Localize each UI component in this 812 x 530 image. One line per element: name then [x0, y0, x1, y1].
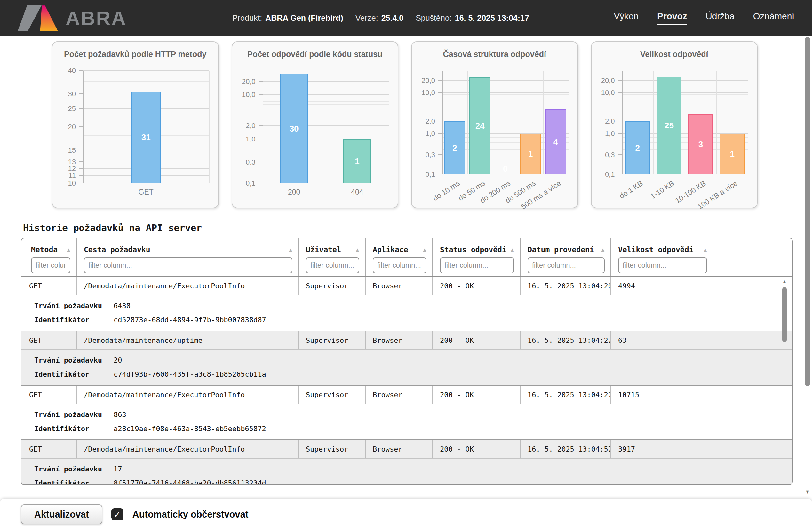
- detail-identifier-value: c74df93b-7600-435f-a3c8-1b85265cb11a: [114, 370, 266, 378]
- cell-method: GET: [21, 277, 76, 295]
- row-detail: Trvání požadavku863Identifikátora28c19ae…: [21, 404, 792, 440]
- cell-filler: [713, 386, 792, 404]
- gridline: [442, 80, 568, 81]
- tick-mark: [79, 161, 83, 162]
- column-sort-path[interactable]: Cesta požadavku▲: [84, 244, 292, 256]
- gridline: [442, 105, 568, 105]
- version-group: Verze: 25.4.0: [356, 13, 403, 23]
- column-sort-size[interactable]: Velikost odpovědi▲: [618, 244, 707, 256]
- auto-refresh-checkbox[interactable]: ✓: [111, 508, 124, 520]
- nav-item-vykon[interactable]: Výkon: [614, 11, 639, 25]
- y-tick-label: 10,0: [242, 90, 256, 99]
- table-row-group: GET/Demodata/maintenance/ExecutorPoolInf…: [21, 386, 792, 440]
- nav-item-oznameni[interactable]: Oznámení: [753, 11, 794, 25]
- tick-mark: [259, 94, 263, 95]
- sort-asc-icon[interactable]: ▲: [511, 246, 514, 253]
- sort-asc-icon[interactable]: ▲: [423, 246, 426, 253]
- sort-asc-icon[interactable]: ▲: [356, 246, 359, 253]
- column-header-path: Cesta požadavku▲: [76, 239, 298, 276]
- cell-status: 200 - OK: [432, 386, 520, 404]
- sort-asc-icon[interactable]: ▲: [704, 246, 707, 253]
- started-label: Spuštěno:: [416, 13, 452, 23]
- sort-asc-icon[interactable]: ▲: [289, 246, 292, 253]
- table-row[interactable]: GET/Demodata/maintenance/uptimeSuperviso…: [21, 331, 792, 350]
- table-scrollbar-thumb[interactable]: [782, 287, 787, 342]
- y-axis-line: [263, 71, 263, 183]
- cell-user: Supervisor: [298, 277, 365, 295]
- x-tick-label: do 10 ms: [432, 179, 462, 203]
- column-sort-app[interactable]: Aplikace▲: [373, 244, 426, 256]
- bar-value-label: 2: [635, 143, 640, 153]
- bar-value-label: 25: [665, 121, 674, 131]
- cell-date: 16. 5. 2025 13:04:27: [520, 331, 610, 349]
- gridline: [83, 81, 209, 82]
- filter-input-app[interactable]: [373, 257, 426, 273]
- y-tick-label: 1,0: [425, 130, 435, 138]
- requests-table: Metoda▲Cesta požadavku▲Uživatel▲Aplikace…: [21, 238, 793, 485]
- filter-input-path[interactable]: [84, 257, 292, 273]
- x-tick-label: GET: [139, 188, 154, 197]
- sort-asc-icon[interactable]: ▲: [601, 246, 605, 253]
- nav-item-udrzba[interactable]: Údržba: [706, 11, 735, 25]
- cell-status: 200 - OK: [432, 331, 520, 349]
- detail-duration-value: 6438: [114, 302, 131, 310]
- table-row[interactable]: GET/Demodata/maintenance/ExecutorPoolInf…: [21, 386, 792, 404]
- bar-do 500 ms: 1: [520, 134, 541, 174]
- bar-value-label: 2: [452, 143, 457, 153]
- filter-input-size[interactable]: [618, 257, 707, 273]
- tick-mark: [618, 121, 622, 121]
- x-tick-label: 1-10 KB: [649, 179, 676, 201]
- cell-method: GET: [21, 440, 76, 458]
- cell-app: Browser: [365, 386, 432, 404]
- refresh-button[interactable]: Aktualizovat: [21, 504, 102, 524]
- bar-500 ms a více: 4: [545, 109, 566, 174]
- y-tick-label: 0,3: [605, 151, 615, 159]
- y-tick-label: 10,0: [601, 89, 615, 97]
- table-header-row: Metoda▲Cesta požadavku▲Uživatel▲Aplikace…: [21, 239, 792, 277]
- page-scrollbar-thumb[interactable]: [805, 37, 810, 386]
- grid-vline: [716, 71, 717, 174]
- scroll-up-icon[interactable]: ▲: [781, 279, 788, 285]
- filter-input-status[interactable]: [440, 257, 514, 273]
- chart-title: Velikost odpovědí: [592, 49, 757, 59]
- bar-value-label: 4: [553, 137, 558, 147]
- table-scrollbar[interactable]: ▲: [781, 279, 788, 482]
- x-tick-label: 200: [288, 188, 300, 197]
- table-body: GET/Demodata/maintenance/ExecutorPoolInf…: [21, 277, 792, 485]
- filter-input-user[interactable]: [306, 257, 359, 273]
- chart-card-http-method-count: Počet požadavků podle HTTP metody 101112…: [52, 41, 219, 209]
- cell-size: 63: [610, 331, 713, 349]
- bar-value-label: 0: [503, 164, 507, 174]
- scroll-down-icon[interactable]: ▼: [804, 489, 810, 495]
- cell-date: 16. 5. 2025 13:04:27: [520, 386, 610, 404]
- cell-path: /Demodata/maintenance/uptime: [76, 331, 298, 349]
- app-header: ABRA Produkt: ABRA Gen (Firebird) Verze:…: [0, 0, 812, 36]
- nav-item-provoz[interactable]: Provoz: [657, 11, 687, 25]
- y-tick-label: 1,0: [605, 130, 615, 138]
- auto-refresh-label[interactable]: Automaticky občerstvovat: [132, 509, 249, 520]
- column-sort-date[interactable]: Datum provedení▲: [527, 244, 605, 256]
- column-sort-method[interactable]: Metoda▲: [31, 244, 70, 256]
- column-sort-user[interactable]: Uživatel▲: [306, 244, 359, 256]
- table-row[interactable]: GET/Demodata/maintenance/ExecutorPoolInf…: [21, 440, 792, 459]
- tick-mark: [79, 126, 83, 127]
- started-group: Spuštěno: 16. 5. 2025 13:04:17: [416, 13, 529, 23]
- detail-identifier-value: cd52873e-68dd-4894-9f7b-9bb007838d87: [114, 316, 266, 324]
- sort-asc-icon[interactable]: ▲: [67, 246, 70, 253]
- filter-input-method[interactable]: [31, 257, 70, 273]
- cell-user: Supervisor: [298, 331, 365, 349]
- column-sort-status[interactable]: Status odpovědi▲: [440, 244, 514, 256]
- column-label: Datum provedení: [527, 245, 594, 254]
- tick-mark: [259, 125, 263, 126]
- cell-date: 16. 5. 2025 13:04:20: [520, 277, 610, 295]
- table-row[interactable]: GET/Demodata/maintenance/ExecutorPoolInf…: [21, 277, 792, 296]
- detail-duration: Trvání požadavku6438: [34, 299, 792, 313]
- grid-vline: [326, 71, 326, 183]
- table-row-group: GET/Demodata/maintenance/ExecutorPoolInf…: [21, 440, 792, 485]
- column-label: Velikost odpovědi: [618, 245, 693, 254]
- page-scrollbar[interactable]: ▼: [804, 37, 810, 495]
- y-axis-line: [442, 71, 443, 174]
- chart-card-response-time-structure: Časová struktura odpovědí 0,10,31,02,010…: [411, 41, 578, 209]
- filter-input-date[interactable]: [527, 257, 605, 273]
- detail-duration: Trvání požadavku20: [34, 353, 792, 367]
